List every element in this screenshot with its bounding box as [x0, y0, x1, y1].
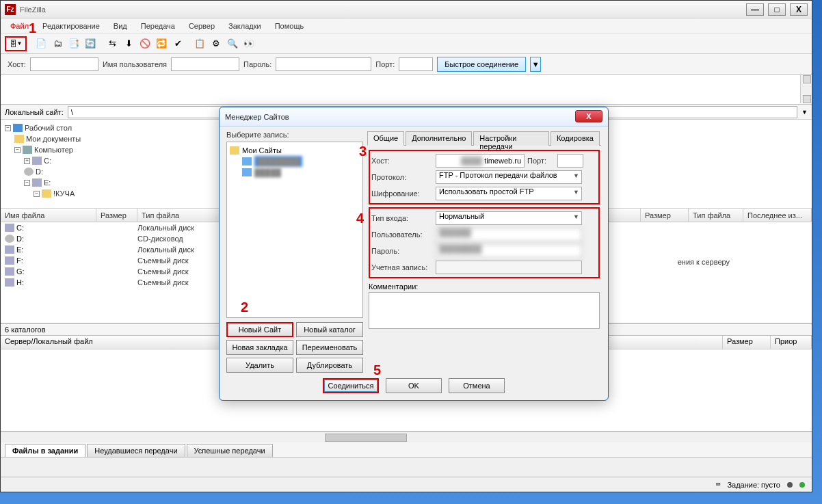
port-field[interactable] [557, 154, 583, 168]
site-entry[interactable]: █████ [254, 167, 281, 178]
password-input[interactable] [276, 57, 371, 71]
filter-icon[interactable]: ✔ [170, 36, 185, 51]
host-label: Хост: [8, 60, 26, 68]
collapse-icon[interactable]: − [5, 125, 11, 131]
account-field-label: Учетная запись: [371, 263, 433, 271]
logon-type-select[interactable]: Нормальный [436, 211, 582, 225]
menu-transfer[interactable]: Передача [135, 21, 181, 31]
connect-button[interactable]: Соединиться [323, 378, 379, 393]
server-icon [242, 157, 252, 165]
tab-advanced[interactable]: Дополнительно [406, 131, 472, 146]
tab-queued[interactable]: Файлы в задании [5, 444, 85, 457]
tab-charset[interactable]: Кодировка [551, 131, 600, 146]
drive-icon [32, 178, 42, 187]
led-icon [799, 482, 805, 488]
dialog-title: Менеджер Сайтов [225, 113, 289, 121]
annotation-3: 3 [359, 144, 367, 159]
search-icon[interactable]: 🔍 [225, 36, 240, 51]
username-input[interactable] [171, 57, 239, 71]
toggle-log-icon[interactable]: 📄 [34, 36, 49, 51]
annotation-2: 2 [241, 300, 248, 315]
refresh-icon[interactable]: 🔄 [83, 36, 98, 51]
cd-icon [5, 235, 14, 243]
tab-successful[interactable]: Успешные передачи [187, 444, 273, 457]
menu-view[interactable]: Вид [108, 21, 133, 31]
col-remote-type[interactable]: Тип файла [689, 209, 743, 222]
protocol-select[interactable]: FTP - Протокол передачи файлов [436, 170, 582, 184]
host-input[interactable] [30, 57, 98, 71]
compare-icon[interactable]: 📋 [192, 36, 207, 51]
new-site-button[interactable]: Новый Сайт [226, 322, 293, 337]
site-manager-button[interactable]: 🗄▼ [5, 36, 27, 51]
toggle-queue-icon[interactable]: 📑 [66, 36, 81, 51]
expand-icon[interactable]: + [24, 158, 30, 164]
password-label: Пароль: [243, 60, 271, 68]
cancel-button[interactable]: Отмена [449, 378, 505, 393]
new-bookmark-button[interactable]: Новая закладка [226, 340, 293, 355]
ok-button[interactable]: OK [386, 378, 442, 393]
binoculars-icon[interactable]: 👀 [241, 36, 256, 51]
duplicate-button[interactable]: Дублировать [296, 358, 363, 373]
port-field-label: Порт: [527, 157, 555, 165]
col-type[interactable]: Тип файла [137, 209, 220, 222]
server-icon: 🗄 [10, 40, 17, 48]
computer-icon [23, 146, 32, 154]
host-field[interactable]: ████ timeweb.ru [436, 154, 525, 168]
reconnect-icon[interactable]: 🔁 [154, 36, 169, 51]
password-field-label: Пароль: [371, 247, 433, 255]
col-size[interactable]: Размер [96, 209, 137, 222]
new-folder-button[interactable]: Новый каталог [296, 322, 363, 337]
process-queue-icon[interactable]: ⇆ [105, 36, 120, 51]
username-label: Имя пользователя [103, 60, 167, 68]
tab-failed[interactable]: Неудавшиеся передачи [87, 444, 185, 457]
sync-icon[interactable]: ⚙ [209, 36, 224, 51]
dialog-tabs: Общие Дополнительно Настройки передачи К… [367, 131, 601, 146]
tab-general[interactable]: Общие [367, 131, 404, 146]
maximize-button[interactable]: □ [768, 3, 786, 16]
port-input[interactable] [399, 57, 433, 71]
log-scrollbar[interactable] [800, 75, 811, 103]
tab-transfer[interactable]: Настройки передачи [473, 131, 549, 146]
user-field-label: Пользователь: [371, 230, 433, 239]
col-remote-size[interactable]: Размер [641, 209, 689, 222]
statusbar: ⌨ Задание: пусто [1, 477, 812, 492]
rename-button[interactable]: Переименовать [296, 340, 363, 355]
collapse-icon[interactable]: − [14, 147, 21, 153]
menu-edit[interactable]: Редактирование [37, 21, 105, 31]
titlebar: Fz FileZilla — □ X [1, 1, 812, 18]
disconnect-icon[interactable]: 🚫 [137, 36, 153, 51]
col-remote-last[interactable]: Последнее из... [743, 209, 812, 222]
select-entry-label: Выберите запись: [226, 131, 363, 139]
horizontal-scrollbar[interactable] [1, 432, 812, 442]
user-field[interactable]: ██████ [436, 228, 582, 241]
queue-col-size[interactable]: Размер [723, 336, 771, 349]
menu-server[interactable]: Сервер [183, 21, 220, 31]
delete-button[interactable]: Удалить [226, 358, 293, 373]
site-entry-selected[interactable]: ████████ [254, 156, 302, 167]
chevron-down-icon[interactable]: ▼ [801, 109, 808, 116]
cancel-icon[interactable]: ⬇ [121, 36, 136, 51]
dialog-close-button[interactable]: X [575, 110, 602, 122]
encryption-label: Шифрование: [371, 189, 433, 198]
encryption-select[interactable]: Использовать простой FTP [436, 187, 582, 200]
close-button[interactable]: X [790, 3, 808, 16]
collapse-icon[interactable]: − [24, 180, 30, 186]
drive-icon [5, 278, 14, 287]
queue-col-prio[interactable]: Приор [771, 336, 812, 349]
server-icon [242, 168, 252, 176]
dialog-titlebar: Менеджер Сайтов X [220, 107, 608, 127]
menu-help[interactable]: Помощь [269, 21, 310, 31]
collapse-icon[interactable]: − [34, 191, 40, 197]
toggle-tree-icon[interactable]: 🗂 [50, 36, 65, 51]
col-name[interactable]: Имя файла [1, 209, 96, 222]
minimize-button[interactable]: — [746, 3, 764, 16]
menu-bookmarks[interactable]: Закладки [223, 21, 267, 31]
annotation-4: 4 [356, 211, 364, 226]
quickconnect-dropdown[interactable]: ▼ [530, 57, 541, 72]
site-tree[interactable]: Мои Сайты ████████ █████ [226, 142, 363, 318]
comments-textarea[interactable] [369, 292, 600, 329]
app-icon: Fz [5, 4, 16, 15]
password-field[interactable]: ████████ [436, 244, 582, 258]
port-label: Порт: [375, 60, 395, 68]
quickconnect-button[interactable]: Быстрое соединение [437, 57, 526, 72]
